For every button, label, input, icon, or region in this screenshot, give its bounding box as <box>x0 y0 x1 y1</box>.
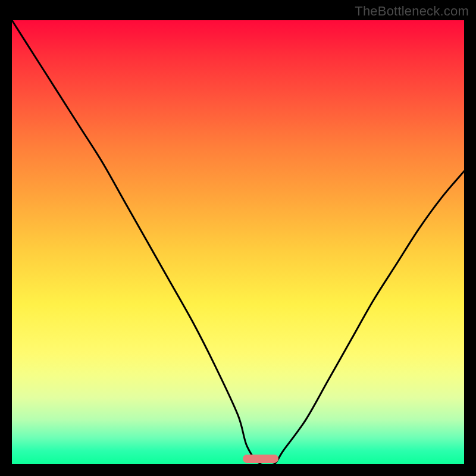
curve-path <box>12 20 464 464</box>
bottleneck-curve <box>12 20 464 464</box>
plot-area <box>12 20 464 464</box>
watermark-label: TheBottleneck.com <box>355 4 469 19</box>
chart-frame: TheBottleneck.com <box>0 0 476 476</box>
optimal-range-marker <box>243 455 279 463</box>
